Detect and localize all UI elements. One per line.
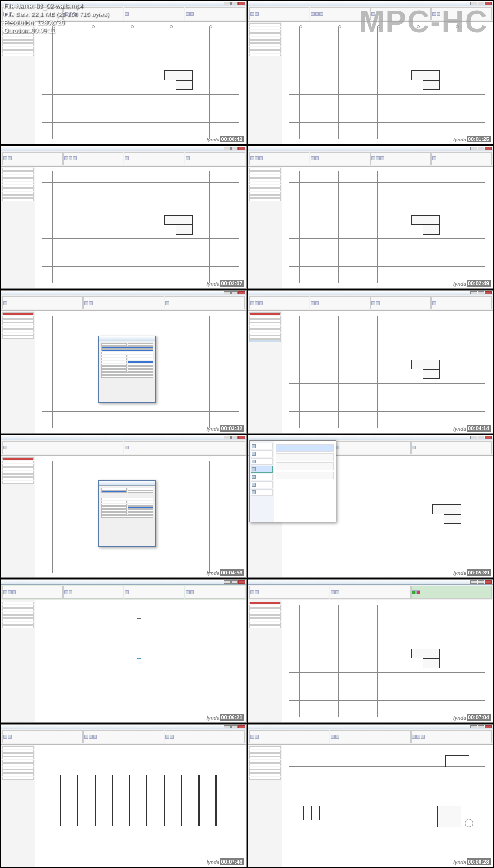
close-btn[interactable] [238, 147, 245, 150]
ribbon-btn[interactable] [84, 301, 88, 305]
minimize-btn[interactable] [224, 291, 231, 294]
ribbon-btn[interactable] [311, 301, 315, 305]
ribbon-btn[interactable] [89, 301, 93, 305]
ribbon-btn[interactable] [3, 590, 7, 594]
ribbon-btn[interactable] [125, 590, 129, 594]
ribbon-btn[interactable] [250, 735, 254, 739]
menu-new[interactable] [251, 443, 273, 449]
ribbon-btn[interactable] [190, 12, 194, 16]
ribbon-btn[interactable] [69, 156, 72, 160]
ribbon-btn[interactable] [64, 590, 68, 594]
close-btn[interactable] [238, 725, 245, 728]
close-btn[interactable] [238, 291, 245, 294]
drawing-canvas[interactable] [35, 745, 246, 867]
ribbon-btn[interactable] [255, 590, 259, 594]
wall-sample[interactable] [215, 775, 217, 826]
ribbon-btn[interactable] [421, 735, 425, 739]
drawing-canvas[interactable] [35, 600, 246, 722]
maximize-btn[interactable] [478, 147, 484, 150]
minimize-btn[interactable] [224, 147, 231, 150]
ribbon-btn[interactable] [371, 156, 375, 160]
application-menu[interactable] [249, 440, 336, 522]
menu-save[interactable] [251, 458, 273, 465]
drawing-canvas[interactable] [35, 456, 246, 578]
wall-sample[interactable] [129, 775, 130, 826]
ribbon-btn[interactable] [250, 590, 254, 594]
close-btn[interactable] [238, 580, 245, 584]
maximize-btn[interactable] [231, 725, 238, 728]
thumbnail[interactable]: lynda 00:04:56 [1, 435, 247, 578]
ribbon-btn[interactable] [8, 590, 12, 594]
maximize-btn[interactable] [231, 2, 238, 5]
ribbon-btn[interactable] [3, 301, 7, 305]
drawing-canvas[interactable] [282, 167, 493, 289]
ribbon-btn[interactable] [8, 735, 12, 739]
drawing-canvas[interactable] [35, 22, 246, 144]
maximize-btn[interactable] [231, 580, 238, 584]
ribbon-btn[interactable] [371, 301, 375, 305]
cancel-btn[interactable] [416, 590, 420, 594]
finish-btn[interactable] [412, 590, 416, 594]
ribbon-btn[interactable] [3, 446, 7, 449]
ribbon-btn[interactable] [335, 446, 339, 449]
ribbon-btn[interactable] [250, 301, 254, 305]
close-btn[interactable] [238, 436, 245, 439]
ribbon-btn[interactable] [250, 12, 254, 16]
ribbon-btn[interactable] [125, 156, 129, 160]
thumbnail[interactable]: lynda 00:02:07 [1, 146, 247, 289]
wall-sample[interactable] [112, 775, 113, 826]
minimize-btn[interactable] [224, 725, 231, 728]
ribbon-btn[interactable] [3, 156, 7, 160]
ribbon-btn[interactable] [416, 735, 420, 739]
ribbon-btn[interactable] [432, 301, 436, 305]
drawing-canvas[interactable] [282, 22, 493, 144]
wall-sample[interactable] [198, 775, 200, 826]
thumbnail[interactable]: lynda 00:06:21 [1, 579, 247, 723]
ribbon-btn[interactable] [376, 156, 380, 160]
close-btn[interactable] [485, 580, 492, 584]
drawing-canvas[interactable] [282, 600, 493, 722]
menu-save-as[interactable] [251, 466, 273, 473]
type-properties-dialog[interactable] [98, 480, 156, 547]
ribbon-btn[interactable] [259, 156, 263, 160]
ribbon-btn[interactable] [255, 301, 259, 305]
thumbnail[interactable]: lynda 00:07:04 [248, 579, 494, 723]
close-btn[interactable] [485, 725, 492, 728]
minimize-btn[interactable] [224, 2, 231, 5]
ribbon-btn[interactable] [89, 735, 93, 739]
drawing-canvas[interactable] [282, 745, 493, 867]
ribbon-btn[interactable] [259, 301, 263, 305]
close-btn[interactable] [485, 291, 492, 294]
maximize-btn[interactable] [478, 580, 484, 584]
ribbon-btn[interactable] [331, 590, 335, 594]
ribbon-btn[interactable] [64, 156, 68, 160]
ribbon-btn[interactable] [186, 12, 190, 16]
ribbon-btn[interactable] [376, 301, 380, 305]
menu-export[interactable] [251, 474, 273, 480]
close-btn[interactable] [485, 436, 492, 439]
drawing-canvas[interactable] [35, 311, 246, 433]
ribbon-btn[interactable] [315, 12, 319, 16]
close-btn[interactable] [238, 2, 245, 5]
ribbon-btn[interactable] [125, 446, 129, 449]
drawing-canvas[interactable] [282, 311, 493, 433]
menu-open[interactable] [251, 450, 273, 457]
menu-close[interactable] [251, 489, 273, 496]
maximize-btn[interactable] [478, 436, 484, 439]
wall-sample[interactable] [181, 775, 182, 826]
ribbon-btn[interactable] [255, 156, 259, 160]
minimize-btn[interactable] [470, 725, 477, 728]
saveas-library[interactable] [276, 472, 334, 479]
ribbon-btn[interactable] [93, 735, 97, 739]
maximize-btn[interactable] [231, 291, 238, 294]
ribbon-btn[interactable] [8, 156, 12, 160]
thumbnail[interactable]: lynda 00:03:32 [1, 290, 247, 434]
ribbon-btn[interactable] [165, 735, 169, 739]
wall-sample[interactable] [164, 775, 165, 826]
ribbon-btn[interactable] [335, 735, 339, 739]
ribbon-btn[interactable] [335, 590, 339, 594]
ribbon-btn[interactable] [255, 12, 259, 16]
minimize-btn[interactable] [224, 436, 231, 439]
minimize-btn[interactable] [470, 147, 477, 150]
minimize-btn[interactable] [470, 291, 477, 294]
